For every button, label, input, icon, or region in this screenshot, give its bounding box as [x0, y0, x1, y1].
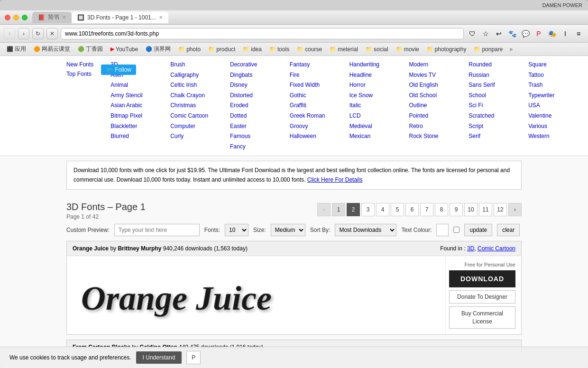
bookmark-idea[interactable]: 📁 idea	[240, 45, 265, 54]
bookmark-apps[interactable]: ⬛ 应用	[4, 44, 29, 54]
promo-link[interactable]: Click Here For Details	[307, 176, 363, 183]
close-button[interactable]	[5, 15, 10, 20]
cat-scratched[interactable]: Scratched	[469, 111, 528, 121]
cat-trash[interactable]: Trash	[528, 80, 588, 91]
cat-computer[interactable]: Computer	[170, 121, 230, 132]
cat-various[interactable]: Various	[528, 121, 588, 132]
pinterest-icon[interactable]: P	[533, 28, 544, 39]
cat-halloween[interactable]: Halloween	[290, 131, 349, 142]
cat-fixed[interactable]: Fixed Width	[290, 80, 349, 91]
page-7-btn[interactable]: 7	[420, 203, 433, 216]
top-fonts-link[interactable]: Top Fonts	[66, 69, 93, 79]
commercial-button-1[interactable]: Buy Commercial License	[449, 306, 515, 329]
cat-icesnow[interactable]: Ice Snow	[349, 91, 409, 101]
paw-icon[interactable]: 🐾	[506, 28, 518, 39]
page-12-btn[interactable]: 12	[494, 203, 507, 216]
cat-lcd[interactable]: LCD	[349, 111, 409, 121]
download-button-1[interactable]: DOWNLOAD	[449, 270, 515, 287]
more-bookmarks-icon[interactable]: »	[509, 46, 513, 53]
color-picker[interactable]	[436, 224, 449, 236]
page-11-btn[interactable]: 11	[479, 203, 492, 216]
cat-blackletter[interactable]: Blackletter	[110, 121, 170, 132]
bookmark-yanjiewan[interactable]: 🔵 演界网	[143, 44, 174, 54]
cat-rockstone[interactable]: Rock Stone	[409, 131, 469, 142]
cat-fantasy[interactable]: Fantasy	[290, 60, 349, 70]
mask-icon[interactable]: 🎭	[546, 28, 558, 39]
cat-mexican[interactable]: Mexican	[349, 131, 409, 142]
cat-eroded[interactable]: Eroded	[230, 101, 290, 111]
found-in-comic-link[interactable]: Comic Cartoon	[478, 245, 515, 252]
cat-calligraphy[interactable]: Calligraphy	[170, 70, 230, 81]
cat-groovy[interactable]: Groovy	[290, 121, 349, 132]
cat-oldenglish[interactable]: Old English	[409, 80, 469, 91]
follow-button[interactable]: 🐦 Follow	[101, 64, 136, 75]
bookmark-movie[interactable]: 📁 movie	[393, 45, 422, 54]
cat-curly[interactable]: Curly	[170, 131, 230, 142]
understand-button[interactable]: I Understand	[136, 351, 182, 364]
bookmark-meterial[interactable]: 📁 meterial	[327, 45, 361, 54]
address-bar[interactable]	[61, 28, 464, 39]
cat-fire[interactable]: Fire	[290, 70, 349, 81]
cat-christmas[interactable]: Christmas	[170, 101, 230, 111]
cat-fancy[interactable]: Fancy	[230, 142, 290, 152]
cat-retro[interactable]: Retro	[409, 121, 469, 132]
cat-usa[interactable]: USA	[528, 101, 588, 111]
tab-jianshi[interactable]: 📕 简书 ✕	[32, 12, 72, 23]
found-in-3d-link[interactable]: 3D	[467, 245, 474, 252]
sort-select[interactable]: Most Downloads Newest First Name A-Z	[335, 224, 396, 236]
cat-famous[interactable]: Famous	[230, 131, 290, 142]
page-6-btn[interactable]: 6	[405, 203, 419, 216]
size-select[interactable]: Small Medium Large	[271, 224, 305, 236]
reload-button[interactable]: ↻	[32, 28, 44, 39]
bookmark-wangyi[interactable]: 🟠 网易云课堂	[31, 44, 73, 54]
bookmark-photo[interactable]: 📁 photo	[175, 45, 203, 54]
tab-jianshi-close[interactable]: ✕	[62, 15, 66, 20]
color-checkbox[interactable]	[453, 227, 459, 233]
home-button[interactable]: ✕	[46, 28, 58, 39]
bookmark-ponpare[interactable]: 📁 ponpare	[471, 45, 505, 54]
cat-bitmap[interactable]: Bitmap Pixel	[110, 111, 170, 121]
cat-handwriting[interactable]: Handwriting	[349, 60, 409, 70]
cat-headline[interactable]: Headline	[349, 70, 409, 81]
page-1-btn[interactable]: 1	[332, 203, 345, 216]
cat-blurred[interactable]: Blurred	[110, 131, 170, 142]
cat-graffiti[interactable]: Graffiti	[290, 101, 349, 111]
cat-script[interactable]: Script	[469, 121, 528, 132]
cat-dotted[interactable]: Dotted	[230, 111, 290, 121]
cat-scifi[interactable]: Sci Fi	[469, 101, 528, 111]
cat-western[interactable]: Western	[528, 131, 588, 142]
star-icon[interactable]: ☆	[480, 28, 491, 39]
back-button[interactable]: ‹	[4, 28, 15, 39]
cat-rounded[interactable]: Rounded	[469, 60, 528, 70]
page-9-btn[interactable]: 9	[450, 203, 463, 216]
chat-icon[interactable]: 💬	[520, 28, 531, 39]
cat-distorted[interactable]: Distorted	[230, 91, 290, 101]
cat-celtic[interactable]: Celtic Irish	[170, 80, 230, 91]
bookmark-social[interactable]: 📁 social	[363, 45, 391, 54]
cat-decorative[interactable]: Decorative	[230, 60, 290, 70]
cat-easter[interactable]: Easter	[230, 121, 290, 132]
menu-icon[interactable]: ≡	[573, 28, 584, 39]
text-icon[interactable]: I	[560, 28, 571, 39]
new-fonts-link[interactable]: New Fonts	[66, 60, 93, 69]
cat-italic[interactable]: Italic	[349, 101, 409, 111]
cat-russian[interactable]: Russian	[469, 70, 528, 81]
cat-modern[interactable]: Modern	[409, 60, 469, 70]
cat-tattoo[interactable]: Tattoo	[528, 70, 588, 81]
page-2-btn[interactable]: 2	[347, 203, 360, 216]
cat-square[interactable]: Square	[528, 60, 588, 70]
update-button[interactable]: update	[464, 224, 492, 236]
cat-disney[interactable]: Disney	[230, 80, 290, 91]
cat-gothic[interactable]: Gothic	[290, 91, 349, 101]
page-10-btn[interactable]: 10	[464, 203, 478, 216]
forward-button[interactable]: ›	[18, 28, 29, 39]
next-page-btn[interactable]: ›	[508, 203, 522, 216]
cat-valentine[interactable]: Valentine	[528, 111, 588, 121]
bookmark-tools[interactable]: 📁 tools	[266, 45, 292, 54]
bookmark-youtube[interactable]: ▶ YouTube	[108, 45, 141, 54]
cat-horror[interactable]: Horror	[349, 80, 409, 91]
page-8-btn[interactable]: 8	[435, 203, 448, 216]
cat-pointed[interactable]: Pointed	[409, 111, 469, 121]
cat-comic[interactable]: Comic Cartoon	[170, 111, 230, 121]
fonts-size-select[interactable]: 10	[225, 224, 248, 236]
